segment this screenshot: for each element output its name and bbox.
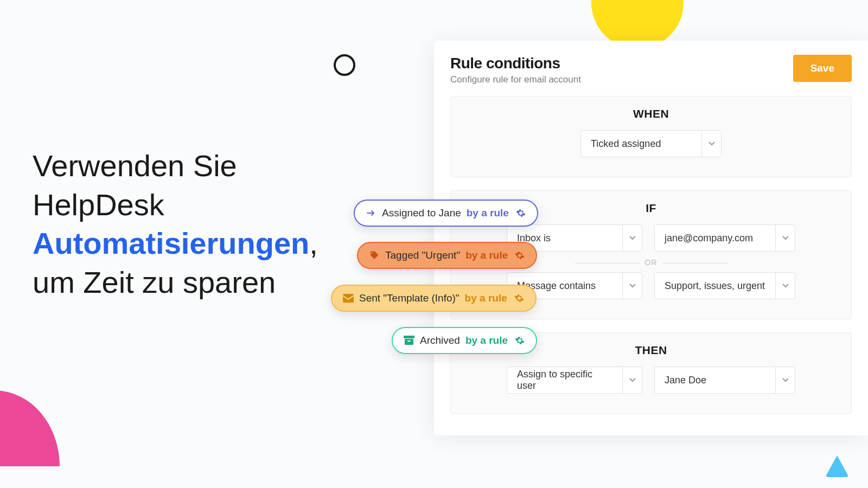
headline-line-2: HelpDesk: [33, 188, 164, 222]
gear-icon: [514, 335, 525, 346]
chip-by-rule: by a rule: [465, 249, 508, 261]
mail-icon: [343, 293, 354, 304]
gear-icon: [514, 250, 525, 261]
arrow-right-icon: [366, 208, 376, 219]
chevron-down-icon: [622, 225, 642, 251]
panel-title: Rule conditions: [450, 55, 581, 72]
marketing-headline: Verwenden Sie HelpDesk Automatisierungen…: [33, 146, 358, 302]
then-target-select[interactable]: Jane Doe: [654, 367, 795, 394]
chevron-down-icon: [622, 273, 642, 299]
chevron-down-icon: [775, 273, 795, 299]
headline-comma: ,: [309, 226, 318, 260]
chip-text: Assigned to Jane: [382, 207, 461, 219]
activity-chip-archived: Archived by a rule: [392, 327, 537, 354]
svg-rect-2: [405, 339, 413, 345]
then-action-select[interactable]: Assign to specific user: [507, 367, 642, 394]
then-target-value: Jane Doe: [655, 375, 775, 386]
svg-rect-1: [404, 336, 414, 338]
when-section: WHEN Ticked assigned: [450, 96, 852, 177]
activity-chip-assigned: Assigned to Jane by a rule: [354, 200, 538, 227]
chevron-down-icon: [701, 131, 721, 157]
headline-line-3: um Zeit zu sparen: [33, 265, 276, 299]
svg-rect-0: [343, 294, 354, 303]
chip-text: Tagged "Urgent": [385, 249, 460, 261]
archive-icon: [404, 335, 414, 346]
svg-rect-3: [407, 341, 411, 342]
save-button[interactable]: Save: [793, 55, 852, 82]
headline-line-1: Verwenden Sie: [33, 149, 237, 183]
if-value-select-0[interactable]: jane@company.com: [654, 224, 795, 252]
chip-text: Archived: [420, 335, 460, 346]
decorative-pink-leaf: [0, 390, 60, 466]
rule-conditions-panel: Rule conditions Configure rule for email…: [434, 41, 868, 435]
activity-chip-sent: Sent "Template (Info)" by a rule: [331, 285, 537, 312]
if-value-1: Support, issues, urgent: [655, 280, 775, 292]
chevron-down-icon: [622, 367, 642, 393]
if-value-select-1[interactable]: Support, issues, urgent: [654, 272, 795, 299]
chevron-down-icon: [775, 367, 795, 393]
chip-by-rule: by a rule: [467, 207, 509, 219]
chip-by-rule: by a rule: [465, 335, 508, 346]
panel-subtitle: Configure rule for email account: [450, 74, 581, 85]
gear-icon: [515, 208, 526, 219]
decorative-ring-icon: [334, 54, 355, 76]
chevron-down-icon: [775, 225, 795, 251]
when-trigger-value: Ticked assigned: [581, 138, 701, 150]
when-trigger-select[interactable]: Ticked assigned: [580, 130, 722, 157]
if-value-0: jane@company.com: [655, 233, 775, 244]
when-label: WHEN: [451, 107, 851, 120]
chip-text: Sent "Template (Info)": [359, 292, 459, 304]
panel-header: Rule conditions Configure rule for email…: [434, 55, 868, 96]
activity-chip-tagged: Tagged "Urgent" by a rule: [357, 242, 537, 269]
gear-icon: [514, 293, 525, 304]
chip-by-rule: by a rule: [465, 292, 507, 304]
decorative-blue-triangle: [825, 455, 849, 477]
then-action-value: Assign to specific user: [507, 369, 622, 391]
headline-highlight: Automatisierungen: [33, 226, 309, 260]
tag-icon: [369, 250, 380, 261]
